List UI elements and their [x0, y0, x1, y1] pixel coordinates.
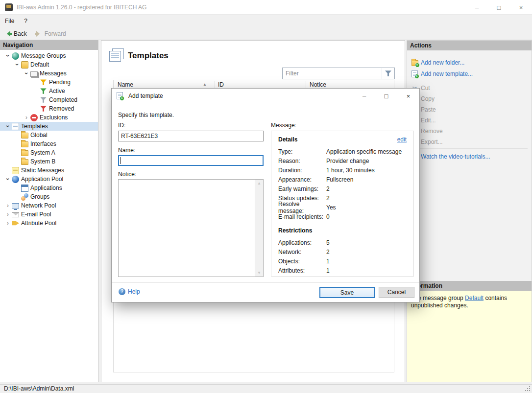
maximize-button[interactable]: □ [488, 0, 510, 15]
tree-item-label: E-mail Pool [21, 211, 51, 218]
tree-item-label: Message Groups [21, 52, 66, 59]
notice-scrollbar[interactable]: ▲ ▼ [255, 180, 263, 277]
tree-item-messages[interactable]: ›Messages [0, 69, 98, 78]
chevron-collapsed-icon[interactable]: › [23, 114, 30, 121]
chevron-collapsed-icon[interactable]: › [4, 219, 12, 227]
minimize-button[interactable]: – [466, 0, 488, 15]
messages-icon [30, 71, 38, 77]
tree-item-network-pool[interactable]: ›Network Pool [0, 201, 98, 210]
chevron-expanded-icon[interactable]: › [13, 61, 21, 69]
restriction-value: 1 [326, 258, 410, 265]
dialog-maximize-button[interactable]: □ [375, 89, 397, 103]
restriction-label: Applications: [278, 239, 326, 246]
chevron-expanded-icon[interactable]: › [4, 175, 12, 183]
action-add-new-folder[interactable]: Add new folder... [407, 57, 532, 68]
tree-item-completed[interactable]: Completed [0, 95, 98, 104]
message-groups-icon [12, 52, 19, 60]
tree-item-label: Global [30, 132, 48, 139]
tree-item-templates[interactable]: ›Templates [0, 122, 98, 131]
tree-item-application-pool[interactable]: ›Application Pool [0, 175, 98, 184]
tree-item-groups[interactable]: Groups [0, 192, 98, 201]
templates-page-icon [109, 48, 125, 62]
action-export: → Export... [407, 137, 532, 147]
tree-item-exclusions[interactable]: ›Exclusions [0, 113, 98, 122]
tree-item-applications[interactable]: Applications [0, 184, 98, 192]
restriction-value: 2 [326, 249, 410, 255]
chevron-expanded-icon[interactable]: › [4, 52, 12, 60]
detail-value: Yes [326, 204, 410, 211]
active-filter-icon [40, 88, 47, 95]
tree-item-attribute-pool[interactable]: ›Attribute Pool [0, 219, 98, 228]
add-template-icon [411, 70, 418, 77]
tree-item-message-groups[interactable]: ›Message Groups [0, 51, 98, 60]
save-button[interactable]: Save [319, 287, 375, 298]
restriction-value: 5 [326, 239, 410, 246]
close-button[interactable]: × [510, 0, 532, 15]
cancel-button[interactable]: Cancel [379, 287, 414, 298]
tree-item-pending[interactable]: Pending [0, 78, 98, 87]
detail-label: E-mail recipients: [278, 213, 326, 220]
back-button[interactable]: Back [0, 27, 31, 40]
restriction-label: Network: [278, 249, 326, 255]
chevron-expanded-icon[interactable]: › [4, 122, 12, 130]
tree-item-system-a[interactable]: System A [0, 148, 98, 157]
filter-input[interactable] [283, 68, 382, 79]
dialog-subtitle: Specify this template. [118, 112, 174, 118]
tree-item-email-pool[interactable]: ›E-mail Pool [0, 210, 98, 219]
dialog-close-button[interactable]: × [397, 89, 419, 103]
detail-value: 0 [326, 213, 410, 220]
dialog-controls: – □ × [353, 89, 419, 103]
folder-icon [21, 159, 28, 165]
action-cut: ✂ Cut [407, 83, 532, 93]
tree-item-removed[interactable]: Removed [0, 104, 98, 113]
id-input[interactable] [118, 131, 264, 141]
chevron-expanded-icon[interactable]: › [23, 69, 30, 77]
tree-item-active[interactable]: Active [0, 87, 98, 95]
help-icon: ? [119, 288, 125, 295]
folder-icon [21, 133, 28, 139]
menu-bar: File ? [0, 15, 532, 27]
tree-item-global[interactable]: Global [0, 131, 98, 139]
maximize-icon: □ [385, 92, 388, 100]
menu-help[interactable]: ? [19, 15, 32, 27]
menu-file[interactable]: File [0, 15, 19, 27]
dialog-minimize-button[interactable]: – [353, 89, 375, 103]
window-controls: – □ × [466, 0, 532, 15]
tree-item-label: Applications [30, 185, 62, 191]
id-label: ID: [118, 122, 125, 129]
dialog-titlebar[interactable]: Add template – □ × [112, 89, 419, 103]
scroll-down-icon[interactable]: ▼ [255, 271, 263, 275]
tree-item-label: Attribute Pool [21, 220, 56, 227]
app-icon [5, 3, 13, 11]
tree-item-label: Interfaces [30, 140, 56, 147]
default-group-link[interactable]: Default [465, 295, 484, 301]
folder-icon [21, 150, 28, 156]
chevron-collapsed-icon[interactable]: › [4, 210, 12, 218]
detail-value: 1 hour, 30 minutes [326, 167, 410, 174]
chevron-collapsed-icon[interactable]: › [4, 202, 12, 209]
tree-item-interfaces[interactable]: Interfaces [0, 139, 98, 148]
tree-item-label: System B [30, 158, 55, 165]
forward-arrow-icon [35, 30, 43, 37]
restriction-label: Attributes: [278, 267, 326, 274]
tree-item-system-b[interactable]: System B [0, 157, 98, 166]
tree-item-static-messages[interactable]: Static Messages [0, 166, 98, 175]
forward-button[interactable]: Forward [31, 27, 70, 40]
notice-textarea[interactable]: ▲ ▼ [118, 179, 264, 277]
restriction-label: Objects: [278, 258, 326, 265]
scroll-up-icon[interactable]: ▲ [255, 181, 263, 185]
help-link[interactable]: ? Help [119, 288, 140, 295]
name-input[interactable] [118, 155, 264, 166]
tree-item-label: Groups [30, 193, 49, 200]
tree-item-default[interactable]: ›Default [0, 60, 98, 69]
action-add-new-template[interactable]: Add new template... [407, 69, 532, 79]
application-pool-icon [12, 176, 19, 183]
pending-filter-icon [40, 79, 47, 86]
filter-icon-button[interactable] [382, 68, 394, 79]
detail-label: Duration: [278, 167, 326, 174]
action-watch-video-tutorials[interactable]: Watch the video-tutorials... [407, 151, 532, 162]
tree-item-label: Application Pool [21, 176, 63, 183]
edit-link[interactable]: edit [397, 136, 407, 143]
resize-grip[interactable] [529, 390, 530, 391]
tree-item-label: System A [30, 149, 55, 156]
